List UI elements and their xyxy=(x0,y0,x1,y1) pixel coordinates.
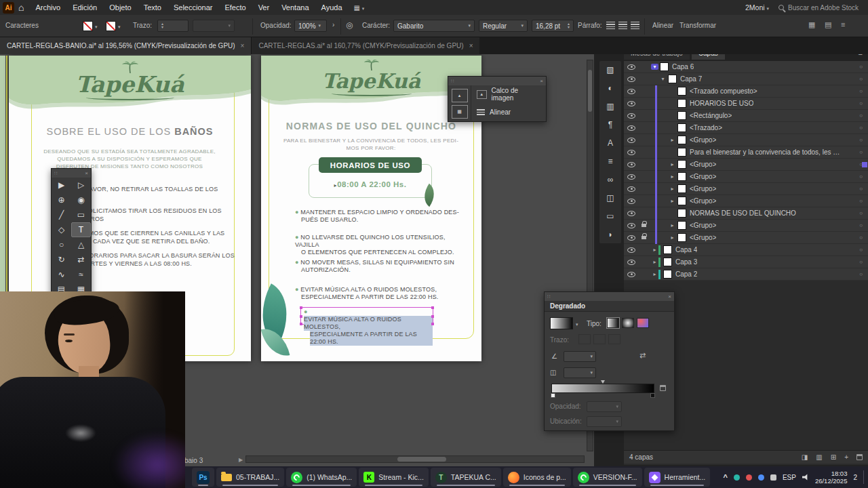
rectangle-tool-icon[interactable]: ▭ xyxy=(71,207,91,222)
font-size-stepper[interactable]: 16,28 pt▴▾ xyxy=(532,20,574,32)
align-left-icon[interactable] xyxy=(606,22,615,29)
visibility-toggle[interactable] xyxy=(624,101,639,106)
visibility-toggle[interactable] xyxy=(624,125,639,131)
menu-objeto[interactable]: Objeto xyxy=(103,0,137,15)
visibility-toggle[interactable] xyxy=(624,186,639,192)
visibility-toggle[interactable] xyxy=(624,113,639,119)
color-guide-panel-icon[interactable]: ◐ xyxy=(602,82,618,94)
variable-width-select[interactable]: ▾ xyxy=(193,20,235,32)
curvature-tool-icon[interactable]: ◉ xyxy=(71,192,91,207)
taskbar-kick-stream[interactable]: KStream - Kic... xyxy=(359,468,429,487)
expand-icon[interactable]: ▾ xyxy=(651,64,658,70)
hours-text[interactable]: ▸08:00 A 22:00 Hs. xyxy=(309,180,432,188)
palette-header[interactable]: ∷× xyxy=(52,169,91,178)
document-grid-icon[interactable]: ▦ xyxy=(808,20,815,29)
paragraph-panel-icon[interactable]: ¶ xyxy=(602,119,618,131)
reverse-gradient-icon[interactable]: ⇄ xyxy=(639,351,646,360)
stock-search[interactable]: Buscar en Adobe Stock xyxy=(778,4,859,12)
tray-app-icon[interactable] xyxy=(734,474,740,481)
bullet-item[interactable]: ● NO MOVER MESAS, SILLAS NI EQUIPAMIENTO… xyxy=(295,259,471,274)
menu-efecto[interactable]: Efecto xyxy=(218,0,252,15)
target-icon[interactable]: ○ xyxy=(859,186,863,192)
layer-row[interactable]: ▾Capa 7○ xyxy=(624,73,868,85)
hours-badge[interactable]: HORARIOS DE USO xyxy=(319,157,422,173)
layer-row[interactable]: ▸<Grupo>○ xyxy=(624,183,868,195)
selection-tool-icon[interactable]: ▶ xyxy=(52,178,71,192)
pencil-tool-icon[interactable]: ∿ xyxy=(52,267,71,282)
rotate-tool-icon[interactable]: ↻ xyxy=(52,252,71,267)
tray-display-icon[interactable] xyxy=(770,474,776,481)
layer-row[interactable]: <Rectángulo>○ xyxy=(624,110,868,122)
poster-intro[interactable]: DESEANDO QUE SU ESTADÍA SEA TOTALMENTE A… xyxy=(28,148,231,170)
align-center-icon[interactable] xyxy=(618,22,627,29)
menu-edicion[interactable]: Edición xyxy=(66,0,103,15)
visibility-toggle[interactable] xyxy=(624,199,639,204)
layer-row[interactable]: ▸<Grupo>○ xyxy=(624,171,868,183)
poster-title[interactable]: SOBRE EL USO DE LOS BAÑOS xyxy=(9,126,251,137)
lock-icon[interactable] xyxy=(642,224,646,227)
menu-ventana[interactable]: Ventana xyxy=(275,0,315,15)
tray-record-icon[interactable] xyxy=(746,474,752,481)
tray-expand-icon[interactable]: ^ xyxy=(723,473,727,481)
shape-tool-icon[interactable]: ◇ xyxy=(52,222,71,237)
opacity-more[interactable]: › xyxy=(332,21,334,28)
poster-subtitle[interactable]: PARA EL BIENESTAR Y LA CONVIVENCIA DE TO… xyxy=(269,137,473,152)
logo[interactable]: TapeKuá xyxy=(9,61,251,100)
doc-tab-2[interactable]: CARTEL-REGLAS.ai* al 160,77% (CMYK/Previ… xyxy=(251,37,479,54)
close-icon[interactable]: × xyxy=(668,293,671,300)
doc-tab-1[interactable]: CARTEL-REGLAS-BANIO.ai* al 196,56% (CMYK… xyxy=(0,37,251,54)
target-icon[interactable]: ○ xyxy=(859,210,863,216)
clock[interactable]: 18:03 26/12/2025 xyxy=(815,470,848,485)
stop-location-field[interactable]: ▾ xyxy=(587,416,622,427)
expand-icon[interactable]: ▸ xyxy=(669,198,676,204)
target-icon[interactable]: ○ xyxy=(859,100,863,106)
new-layer-icon[interactable]: + xyxy=(844,453,848,461)
layer-row[interactable]: HORARIOS DE USO○ xyxy=(624,98,868,110)
layer-row[interactable]: ▸<Grupo>○ xyxy=(624,159,868,171)
gradient-stop-end[interactable] xyxy=(650,393,655,398)
gradient-presets-caret[interactable]: ▾ xyxy=(576,322,578,327)
target-icon[interactable]: ○ xyxy=(859,137,863,143)
target-icon[interactable]: ○ xyxy=(859,271,863,277)
visibility-toggle[interactable] xyxy=(624,247,639,253)
tray-app-icon[interactable] xyxy=(758,474,764,481)
gradient-stop-start[interactable] xyxy=(551,393,555,398)
taskbar-whatsapp[interactable]: (1) WhatsAp... xyxy=(286,468,357,487)
document-arrange-icon[interactable]: ▦ ▾ xyxy=(354,4,365,12)
swatches-panel-icon[interactable]: ▥ xyxy=(602,100,618,113)
selected-text-frame[interactable]: ● EVITAR MÚSICA ALTA O RUIDOS MOLESTOS,E… xyxy=(300,307,433,325)
target-icon[interactable]: ○ xyxy=(859,259,863,265)
volume-icon[interactable] xyxy=(802,474,809,481)
taskbar-tapekua-window[interactable]: TTAPEKUA C... xyxy=(431,468,501,487)
image-trace-action[interactable]: ▴Calco de imagen xyxy=(471,85,546,103)
visibility-toggle[interactable] xyxy=(624,138,639,143)
stop-opacity-field[interactable]: ▾ xyxy=(587,401,622,412)
stroke-gradient-across-icon[interactable] xyxy=(608,334,620,344)
linear-gradient-icon[interactable] xyxy=(607,318,619,328)
freeform-gradient-icon[interactable] xyxy=(637,318,649,328)
taskbar-folder-window[interactable]: 05-TRABAJ... xyxy=(216,468,284,487)
taskbar-herramientas[interactable]: Herramient... xyxy=(644,468,711,487)
ellipse-tool-icon[interactable]: ○ xyxy=(52,237,71,252)
layer-row[interactable]: <Trazado>○ xyxy=(624,122,868,134)
artboard-status[interactable]: baio 3 xyxy=(184,457,203,464)
angle-field[interactable]: ▾ xyxy=(564,351,596,362)
expand-icon[interactable]: ▸ xyxy=(669,137,676,143)
layer-row[interactable]: ▸Capa 4○ xyxy=(624,244,868,256)
polygon-tool-icon[interactable]: △ xyxy=(71,237,91,252)
panel-header[interactable]: ∷× xyxy=(448,77,546,85)
image-trace-icon[interactable]: ▴ xyxy=(452,89,468,102)
layer-row[interactable]: ▾Capa 6○ xyxy=(624,61,868,73)
target-icon[interactable]: ○ xyxy=(859,149,863,155)
layer-row[interactable]: ▸Capa 3○ xyxy=(624,256,868,268)
visibility-toggle[interactable] xyxy=(624,162,639,167)
stroke-gradient-along-icon[interactable] xyxy=(593,334,606,344)
context-label[interactable]: Caracteres xyxy=(5,22,39,29)
h-scroll-thumb[interactable] xyxy=(397,457,446,462)
target-icon[interactable]: ○ xyxy=(859,125,863,131)
properties-panel-icon[interactable]: ≡ xyxy=(602,155,618,167)
layer-row[interactable]: <Trazado compuesto>○ xyxy=(624,85,868,98)
target-icon[interactable]: ○ xyxy=(859,198,863,204)
align-action[interactable]: Alinear xyxy=(471,103,546,121)
visibility-toggle[interactable] xyxy=(624,64,639,70)
